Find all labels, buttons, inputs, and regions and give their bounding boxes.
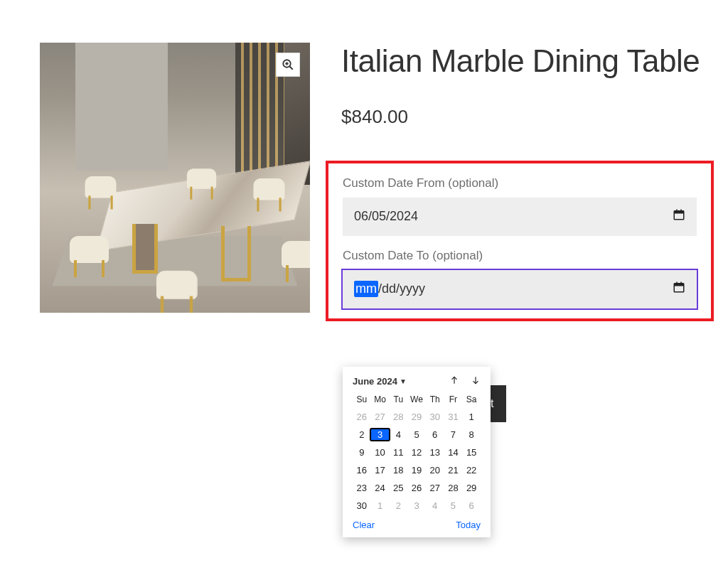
datepicker-day[interactable]: 14 — [444, 447, 463, 458]
caret-down-icon: ▼ — [400, 377, 407, 385]
datepicker-day[interactable]: 4 — [426, 500, 444, 511]
datepicker-day-selected[interactable]: 3 — [370, 428, 391, 441]
datepicker-day[interactable]: 16 — [353, 465, 371, 475]
datepicker-day[interactable]: 18 — [389, 465, 407, 475]
datepicker-day[interactable]: 27 — [426, 483, 444, 493]
datepicker-dow: Fr — [444, 394, 463, 404]
datepicker-month-button[interactable]: June 2024 ▼ — [353, 376, 407, 387]
datepicker-day[interactable]: 24 — [371, 483, 390, 493]
product-image[interactable] — [40, 43, 310, 313]
datepicker-day[interactable]: 29 — [407, 412, 426, 422]
datepicker-dow: Tu — [389, 394, 407, 404]
datepicker-day[interactable]: 6 — [462, 500, 481, 511]
date-from-label: Custom Date From (optional) — [343, 176, 697, 190]
datepicker-day[interactable]: 17 — [371, 465, 390, 475]
datepicker-day[interactable]: 26 — [353, 412, 371, 422]
datepicker-day[interactable]: 8 — [462, 429, 481, 440]
product-price: $840.00 — [341, 106, 714, 128]
datepicker-day[interactable]: 2 — [353, 429, 371, 440]
datepicker-day[interactable]: 4 — [389, 429, 407, 440]
datepicker-day[interactable]: 10 — [371, 447, 390, 458]
date-to-label: Custom Date To (optional) — [343, 249, 697, 263]
datepicker-today-button[interactable]: Today — [456, 520, 481, 530]
datepicker-day[interactable]: 23 — [353, 483, 371, 493]
calendar-icon — [673, 281, 685, 297]
datepicker-day[interactable]: 20 — [426, 465, 444, 475]
product-title: Italian Marble Dining Table — [341, 43, 714, 80]
datepicker-dow: Th — [426, 394, 444, 404]
datepicker-day[interactable]: 21 — [444, 465, 463, 475]
datepicker-day[interactable]: 31 — [444, 412, 463, 422]
datepicker-day[interactable]: 6 — [426, 429, 444, 440]
datepicker-day[interactable]: 11 — [389, 447, 407, 458]
datepicker-dow: Sa — [462, 394, 481, 404]
datepicker-day[interactable]: 1 — [371, 500, 390, 511]
datepicker-next-icon[interactable] — [471, 375, 481, 387]
datepicker-day[interactable]: 1 — [462, 412, 481, 422]
svg-rect-9 — [674, 284, 684, 286]
datepicker-day[interactable]: 13 — [426, 447, 444, 458]
datepicker-day[interactable]: 9 — [353, 447, 371, 458]
datepicker-day[interactable]: 3 — [407, 500, 426, 511]
date-fields-highlight: Custom Date From (optional) 06/05/2024 C… — [326, 161, 714, 321]
datepicker-day[interactable]: 12 — [407, 447, 426, 458]
svg-rect-5 — [674, 211, 684, 214]
date-to-input[interactable]: mm/dd/yyyy — [343, 270, 697, 308]
datepicker-day[interactable]: 30 — [426, 412, 444, 422]
datepicker-clear-button[interactable]: Clear — [353, 520, 375, 530]
datepicker-day[interactable]: 2 — [389, 500, 407, 511]
date-from-value: 06/05/2024 — [354, 209, 418, 224]
datepicker-popup: June 2024 ▼ SuMoTuWeThFrSa26272829303112… — [343, 367, 491, 537]
datepicker-day[interactable]: 27 — [371, 412, 390, 422]
datepicker-day[interactable]: 25 — [389, 483, 407, 493]
date-to-mm-segment: mm — [354, 281, 378, 297]
datepicker-day[interactable]: 22 — [462, 465, 481, 475]
datepicker-day[interactable]: 30 — [353, 500, 371, 511]
zoom-icon[interactable] — [276, 53, 300, 77]
datepicker-day[interactable]: 28 — [389, 412, 407, 422]
date-to-value: mm/dd/yyyy — [354, 281, 425, 297]
datepicker-prev-icon[interactable] — [449, 375, 459, 387]
datepicker-dow: Su — [353, 394, 371, 404]
datepicker-month-label: June 2024 — [353, 376, 397, 387]
datepicker-day[interactable]: 5 — [407, 429, 426, 440]
calendar-icon — [673, 208, 685, 225]
product-image-wrap — [40, 43, 310, 313]
datepicker-day[interactable]: 7 — [444, 429, 463, 440]
datepicker-day[interactable]: 5 — [444, 500, 463, 511]
datepicker-dow: Mo — [371, 394, 390, 404]
svg-line-1 — [289, 66, 293, 70]
date-to-rest-segment: /dd/yyyy — [378, 281, 425, 296]
datepicker-day[interactable]: 28 — [444, 483, 463, 493]
datepicker-dow: We — [407, 394, 426, 404]
date-from-input[interactable]: 06/05/2024 — [343, 198, 697, 236]
datepicker-day[interactable]: 29 — [462, 483, 481, 493]
datepicker-day[interactable]: 19 — [407, 465, 426, 475]
datepicker-day[interactable]: 26 — [407, 483, 426, 493]
datepicker-day[interactable]: 15 — [462, 447, 481, 458]
